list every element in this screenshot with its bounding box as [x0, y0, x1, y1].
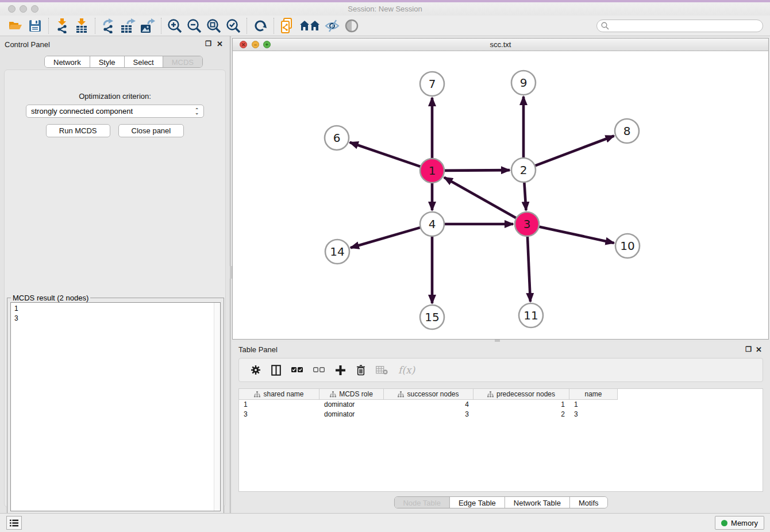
search-field[interactable] [596, 20, 763, 32]
tab-mcds[interactable]: MCDS [163, 56, 202, 67]
edge-3-10[interactable] [539, 226, 614, 242]
memory-button[interactable]: Memory [715, 516, 764, 530]
table-settings-button[interactable] [251, 365, 261, 375]
export-image-button[interactable] [138, 17, 157, 34]
node-label: 2 [520, 163, 528, 177]
mcds-result-text[interactable]: 13 [10, 302, 221, 511]
import-table-button[interactable] [72, 17, 91, 34]
search-input[interactable] [609, 22, 753, 30]
mcds-result-line: 1 [14, 304, 220, 314]
edge-3-11[interactable] [528, 236, 530, 302]
function-builder-button[interactable]: f(x) [398, 364, 415, 376]
column-header-shared-name[interactable]: shared name [239, 389, 319, 400]
close-panel-icon[interactable]: ✕ [756, 345, 762, 354]
scrollbar[interactable] [214, 303, 220, 511]
hide-selected-button[interactable] [322, 17, 342, 34]
edge-1-6[interactable] [350, 142, 421, 167]
tab-select[interactable]: Select [125, 56, 163, 67]
tab-style[interactable]: Style [90, 56, 125, 67]
select-all-button[interactable] [291, 367, 303, 373]
column-label: shared name [263, 390, 303, 398]
run-mcds-button[interactable]: Run MCDS [46, 124, 110, 137]
cell-name[interactable]: 1 [569, 400, 618, 410]
home-home-icon [299, 20, 320, 32]
open-session-button[interactable] [6, 17, 25, 34]
save-icon [29, 20, 41, 32]
export-table-button[interactable] [118, 17, 138, 34]
column-header-successor-nodes[interactable]: successor nodes [384, 389, 473, 400]
edge-2-3[interactable] [524, 182, 526, 210]
graph-node-9[interactable]: 9 [511, 71, 536, 95]
graph-node-14[interactable]: 14 [325, 240, 349, 264]
apply-layout-button[interactable] [251, 17, 270, 34]
graph-node-8[interactable]: 8 [615, 119, 639, 143]
show-columns-button[interactable] [271, 365, 281, 376]
graph-node-3[interactable]: 3 [515, 212, 539, 236]
column-header-predecessor-nodes[interactable]: predecessor nodes [473, 389, 569, 400]
cell-predecessor-nodes[interactable]: 2 [473, 410, 569, 419]
graph-node-15[interactable]: 15 [420, 305, 444, 329]
import-table-icon [75, 18, 88, 33]
graph-node-11[interactable]: 11 [519, 303, 543, 327]
cell-successor-nodes[interactable]: 3 [384, 410, 473, 419]
edge-4-14[interactable] [351, 228, 421, 248]
delete-row-button[interactable] [356, 365, 365, 376]
attribute-icon [487, 391, 494, 398]
zoom-fit-button[interactable] [204, 17, 224, 34]
close-panel-button[interactable]: Close panel [118, 124, 184, 137]
edge-1-2[interactable] [444, 170, 510, 171]
cell-mcds-role[interactable]: dominator [319, 400, 384, 410]
tab-network-table[interactable]: Network Table [505, 497, 570, 508]
cell-mcds-role[interactable]: dominator [319, 410, 384, 419]
edge-3-1[interactable] [444, 178, 517, 218]
tab-edge-table[interactable]: Edge Table [450, 497, 505, 508]
graph-node-2[interactable]: 2 [511, 158, 536, 182]
tab-node-table[interactable]: Node Table [394, 497, 450, 508]
show-all-button[interactable] [342, 17, 361, 34]
graph-node-1[interactable]: 1 [420, 159, 444, 183]
zoom-out-button[interactable] [184, 17, 204, 34]
delete-table-button[interactable] [376, 366, 388, 375]
table-panel-title: Table Panel [238, 345, 278, 354]
first-neighbors-button[interactable] [297, 17, 322, 34]
list-icon [10, 519, 18, 527]
import-network-button[interactable] [52, 17, 72, 34]
column-header-name[interactable]: name [569, 389, 618, 400]
application-window: Session: New Session [0, 0, 770, 532]
graph-node-10[interactable]: 10 [615, 234, 640, 258]
float-panel-icon[interactable]: ❐ [745, 345, 752, 353]
cell-shared-name[interactable]: 1 [239, 400, 319, 410]
deselect-all-button[interactable] [313, 367, 325, 373]
network-from-file-button[interactable] [278, 17, 297, 34]
optimization-criterion-select[interactable]: strongly connected component ⌃⌄ [26, 105, 204, 118]
zoom-in-button[interactable] [165, 17, 184, 34]
graph-node-7[interactable]: 7 [420, 72, 444, 96]
cell-successor-nodes[interactable]: 4 [384, 400, 473, 410]
float-panel-icon[interactable]: ❐ [205, 40, 211, 48]
toolbar-separator [161, 18, 161, 34]
tab-network[interactable]: Network [45, 56, 90, 67]
tab-motifs[interactable]: Motifs [570, 497, 607, 508]
node-table[interactable]: shared nameMCDS rolesuccessor nodesprede… [238, 388, 763, 492]
export-network-button[interactable] [99, 17, 118, 34]
status-bar: Memory [0, 513, 770, 532]
cell-shared-name[interactable]: 3 [239, 410, 319, 419]
close-panel-icon[interactable]: ✕ [217, 40, 223, 48]
graph-node-6[interactable]: 6 [325, 126, 349, 150]
table-row[interactable]: 1dominator411 [239, 400, 763, 410]
graph-node-4[interactable]: 4 [420, 212, 444, 236]
node-label: 1 [429, 164, 436, 178]
network-window-titlebar[interactable]: ✕ − + scc.txt [233, 38, 768, 51]
zoom-selected-button[interactable] [224, 17, 243, 34]
cell-predecessor-nodes[interactable]: 1 [473, 400, 569, 410]
save-session-button[interactable] [25, 17, 45, 34]
add-row-button[interactable] [335, 365, 346, 376]
unchecked-boxes-icon [313, 367, 325, 373]
edge-2-8[interactable] [535, 136, 614, 165]
cell-name[interactable]: 3 [569, 410, 618, 419]
column-header-mcds-role[interactable]: MCDS role [319, 389, 384, 400]
table-row[interactable]: 3dominator323 [239, 410, 763, 419]
network-canvas[interactable]: 7968124314101511 [233, 51, 768, 339]
task-history-button[interactable] [6, 516, 22, 530]
export-table-icon [121, 18, 136, 33]
